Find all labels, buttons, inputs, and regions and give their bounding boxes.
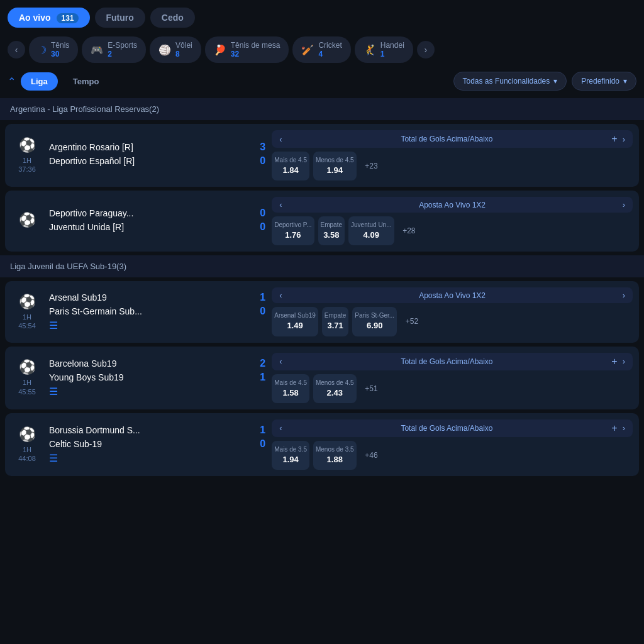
team1-score: 2 (255, 358, 265, 369)
team2-score: 0 (255, 155, 265, 167)
sport-item-esports[interactable]: 🎮 E-Sports 2 (82, 36, 146, 63)
match-card-bvb1: ⚽ 1H 44:08 Borussia Dortmund S... 1 Celt… (5, 413, 639, 476)
match-odds-ars1: ‹ Aposta Ao Vivo 1X2 › Arsenal Sub191.49… (272, 287, 633, 336)
tenis-icon: ☽ (38, 44, 47, 56)
odds-option-label: Paris St-Ger... (355, 311, 394, 320)
league-header-argentina-reservas: Argentina - Liga Profissional Reservas(2… (0, 98, 644, 120)
match-card-bar1: ⚽ 1H 45:55 Barcelona Sub19 2 Young Boys … (5, 347, 639, 409)
sport-item-handei[interactable]: 🤾 Handei 1 (355, 36, 413, 63)
sport-item-tenis-mesa[interactable]: 🏓 Tênis de mesa 32 (205, 36, 289, 63)
odds-prev-btn[interactable]: ‹ (277, 135, 284, 144)
odds-next-btn[interactable]: › (620, 135, 628, 144)
odds-prev-btn[interactable]: ‹ (277, 423, 284, 433)
team2-name: Paris St-Germain Sub... (49, 306, 142, 316)
odds-option-btn[interactable]: Deportivo P...1.76 (272, 216, 314, 245)
tenis-mesa-icon: 🏓 (214, 44, 226, 56)
stats-icon[interactable]: ☰ (49, 320, 58, 331)
match-odds-arg1: ‹ Total de Gols Acima/Abaixo + › Mais de… (272, 130, 633, 180)
odds-option-btn[interactable]: Arsenal Sub191.49 (272, 307, 318, 336)
odds-option-btn[interactable]: Paris St-Ger...6.90 (352, 307, 397, 336)
odds-title: Total de Gols Acima/Abaixo (285, 135, 609, 143)
odds-option-btn[interactable]: Menos de 3.51.88 (313, 441, 357, 470)
odds-add-btn[interactable]: + (609, 356, 619, 367)
sport-nav-left[interactable]: ‹ (8, 41, 25, 58)
odds-prev-btn[interactable]: ‹ (277, 291, 284, 300)
odds-option-btn[interactable]: Menos de 4.52.43 (313, 374, 357, 403)
match-teams-bar1: Barcelona Sub19 2 Young Boys Sub19 1 ☰ (49, 358, 265, 397)
match-card-arg1: ⚽ 1H 37:36 Argentino Rosario [R] 3 Depor… (5, 124, 639, 187)
sport-nav-right[interactable]: › (417, 41, 435, 58)
odds-option-value: 1.94 (316, 165, 354, 176)
odds-prev-btn[interactable]: ‹ (277, 357, 284, 366)
dropdown-predefinido[interactable]: Predefinido ▾ (572, 72, 636, 91)
stats-icon[interactable]: ☰ (49, 386, 58, 397)
team2-score: 1 (255, 372, 265, 383)
odds-option-btn[interactable]: Empate3.71 (322, 307, 348, 336)
odds-option-value: 1.49 (274, 320, 316, 331)
odds-buttons: Mais de 4.51.58Menos de 4.52.43 (272, 374, 356, 403)
match-odds-bar1: ‹ Total de Gols Acima/Abaixo + › Mais de… (272, 353, 633, 403)
odds-prev-btn[interactable]: ‹ (277, 200, 284, 209)
odds-more-label[interactable]: +28 (398, 226, 416, 235)
odds-option-btn[interactable]: Mais de 4.51.84 (272, 152, 309, 180)
match-time: 1H 44:08 (18, 445, 36, 464)
odds-option-value: 3.71 (325, 320, 346, 331)
odds-option-btn[interactable]: Juventud Un...4.09 (348, 216, 394, 245)
sport-item-volei[interactable]: 🏐 Vôlei 8 (150, 36, 201, 63)
odds-more-label[interactable]: +46 (360, 451, 378, 460)
odds-header: ‹ Aposta Ao Vivo 1X2 › (272, 287, 633, 303)
odds-add-btn[interactable]: + (609, 133, 619, 145)
odds-more-label[interactable]: +51 (360, 384, 378, 393)
odds-option-value: 1.76 (274, 230, 311, 241)
filter-tab-tempo[interactable]: Tempo (63, 72, 109, 91)
odds-row: Mais de 4.51.58Menos de 4.52.43+51 (272, 374, 633, 403)
odds-row: Mais de 3.51.94Menos de 3.51.88+46 (272, 441, 633, 470)
odds-next-btn[interactable]: › (620, 200, 628, 209)
tab-ao-vivo[interactable]: Ao vivo 131 (8, 8, 90, 28)
team1-name: Borussia Dortmund S... (49, 425, 140, 435)
team1-score: 0 (255, 208, 265, 219)
sport-item-cricket[interactable]: 🏏 Cricket 4 (292, 36, 350, 63)
match-left-ars1: ⚽ 1H 45:54 (11, 294, 43, 331)
match-odds-bvb1: ‹ Total de Gols Acima/Abaixo + › Mais de… (272, 419, 633, 470)
odds-header: ‹ Total de Gols Acima/Abaixo + › (272, 130, 633, 148)
team2-name: Juventud Unida [R] (49, 222, 124, 232)
odds-option-label: Deportivo P... (274, 221, 311, 230)
match-card-arg2: ⚽ Deportivo Paraguay... 0 Juventud Unida… (5, 191, 639, 252)
tab-futuro[interactable]: Futuro (95, 8, 145, 28)
odds-option-btn[interactable]: Mais de 3.51.94 (272, 441, 309, 470)
tab-cedo[interactable]: Cedo (150, 8, 195, 28)
leagues-container: Argentina - Liga Profissional Reservas(2… (0, 98, 644, 476)
team1-name: Arsenal Sub19 (49, 292, 107, 303)
match-left-arg1: ⚽ 1H 37:36 (11, 137, 43, 174)
team2-name: Young Boys Sub19 (49, 372, 124, 382)
odds-option-btn[interactable]: Mais de 4.51.58 (272, 374, 309, 403)
odds-option-btn[interactable]: Menos de 4.51.94 (313, 152, 357, 180)
soccer-ball-icon: ⚽ (19, 212, 36, 228)
team2-name: Deportivo Español [R] (49, 156, 135, 166)
team1-name: Barcelona Sub19 (49, 358, 116, 369)
odds-more-label[interactable]: +52 (401, 317, 418, 326)
match-teams-arg1: Argentino Rosario [R] 3 Deportivo Españo… (49, 142, 265, 169)
odds-option-label: Mais de 4.5 (274, 156, 307, 165)
soccer-ball-icon: ⚽ (19, 294, 36, 310)
stats-icon[interactable]: ☰ (49, 453, 58, 464)
odds-more-label[interactable]: +23 (360, 162, 378, 170)
odds-option-label: Mais de 3.5 (274, 445, 307, 454)
team2-score: 0 (255, 306, 265, 317)
odds-option-btn[interactable]: Empate3.58 (318, 216, 345, 245)
odds-add-btn[interactable]: + (609, 423, 619, 434)
odds-option-label: Empate (321, 221, 342, 230)
odds-next-btn[interactable]: › (620, 423, 628, 433)
odds-row: Arsenal Sub191.49Empate3.71Paris St-Ger.… (272, 307, 633, 336)
odds-next-btn[interactable]: › (620, 357, 628, 366)
odds-option-value: 2.43 (316, 387, 354, 399)
filter-tab-liga[interactable]: Liga (21, 72, 58, 91)
odds-next-btn[interactable]: › (620, 291, 628, 300)
team1-score: 3 (255, 142, 265, 153)
sport-nav-bar: ‹ ☽ Tênis 30 🎮 E-Sports 2 🏐 Vôlei 8 🏓 Tê… (0, 33, 644, 67)
team1-score: 1 (255, 425, 265, 436)
filter-arrow-up[interactable]: ⌃ (8, 75, 16, 87)
dropdown-funcionalidades[interactable]: Todas as Funcionalidades ▾ (453, 72, 567, 91)
sport-item-tenis[interactable]: ☽ Tênis 30 (29, 36, 78, 63)
